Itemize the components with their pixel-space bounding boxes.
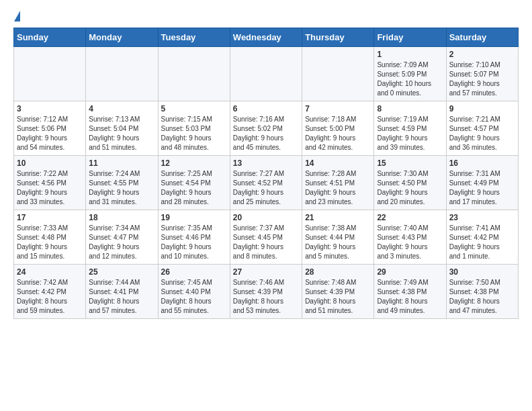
calendar-cell: 28Sunrise: 7:48 AM Sunset: 4:39 PM Dayli… — [302, 265, 374, 319]
day-detail: Sunrise: 7:31 AM Sunset: 4:49 PM Dayligh… — [449, 170, 500, 205]
calendar-header: SundayMondayTuesdayWednesdayThursdayFrid… — [14, 28, 519, 47]
day-detail: Sunrise: 7:38 AM Sunset: 4:44 PM Dayligh… — [305, 224, 356, 260]
calendar-cell: 21Sunrise: 7:38 AM Sunset: 4:44 PM Dayli… — [302, 210, 374, 265]
week-row-2: 3Sunrise: 7:12 AM Sunset: 5:06 PM Daylig… — [14, 101, 519, 156]
calendar-cell: 12Sunrise: 7:25 AM Sunset: 4:54 PM Dayli… — [158, 156, 230, 210]
calendar-cell: 8Sunrise: 7:19 AM Sunset: 4:59 PM Daylig… — [374, 101, 446, 156]
logo-text — [13, 11, 20, 22]
week-row-1: 1Sunrise: 7:09 AM Sunset: 5:09 PM Daylig… — [14, 47, 519, 101]
day-detail: Sunrise: 7:24 AM Sunset: 4:55 PM Dayligh… — [89, 170, 140, 205]
day-detail: Sunrise: 7:22 AM Sunset: 4:56 PM Dayligh… — [17, 170, 68, 205]
day-number: 3 — [17, 104, 83, 113]
day-detail: Sunrise: 7:18 AM Sunset: 5:00 PM Dayligh… — [305, 116, 356, 151]
calendar-cell: 25Sunrise: 7:44 AM Sunset: 4:41 PM Dayli… — [86, 265, 158, 319]
day-number: 24 — [17, 267, 83, 277]
calendar-cell: 30Sunrise: 7:50 AM Sunset: 4:38 PM Dayli… — [446, 265, 518, 319]
day-number: 25 — [89, 267, 154, 277]
day-number: 6 — [233, 104, 299, 113]
day-detail: Sunrise: 7:12 AM Sunset: 5:06 PM Dayligh… — [17, 116, 68, 151]
calendar-cell: 22Sunrise: 7:40 AM Sunset: 4:43 PM Dayli… — [374, 210, 446, 265]
day-number: 4 — [89, 104, 154, 113]
day-number: 23 — [449, 213, 515, 222]
day-detail: Sunrise: 7:44 AM Sunset: 4:41 PM Dayligh… — [89, 279, 140, 314]
day-detail: Sunrise: 7:50 AM Sunset: 4:38 PM Dayligh… — [449, 279, 500, 314]
weekday-header-tuesday: Tuesday — [158, 28, 230, 47]
calendar-cell: 3Sunrise: 7:12 AM Sunset: 5:06 PM Daylig… — [14, 101, 86, 156]
week-row-3: 10Sunrise: 7:22 AM Sunset: 4:56 PM Dayli… — [14, 156, 519, 210]
calendar-cell — [302, 47, 374, 101]
day-detail: Sunrise: 7:15 AM Sunset: 5:03 PM Dayligh… — [161, 116, 212, 151]
day-number: 2 — [449, 50, 515, 59]
day-detail: Sunrise: 7:40 AM Sunset: 4:43 PM Dayligh… — [377, 224, 428, 260]
day-number: 5 — [161, 104, 227, 113]
day-detail: Sunrise: 7:45 AM Sunset: 4:40 PM Dayligh… — [161, 279, 212, 314]
header — [13, 11, 519, 21]
weekday-header-saturday: Saturday — [446, 28, 518, 47]
calendar-cell: 23Sunrise: 7:41 AM Sunset: 4:42 PM Dayli… — [446, 210, 518, 265]
day-detail: Sunrise: 7:28 AM Sunset: 4:51 PM Dayligh… — [305, 170, 356, 205]
calendar-page: SundayMondayTuesdayWednesdayThursdayFrid… — [0, 0, 532, 330]
calendar-cell: 17Sunrise: 7:33 AM Sunset: 4:48 PM Dayli… — [14, 210, 86, 265]
calendar-cell — [86, 47, 158, 101]
day-detail: Sunrise: 7:16 AM Sunset: 5:02 PM Dayligh… — [233, 116, 284, 151]
day-number: 16 — [449, 158, 515, 168]
day-number: 13 — [233, 158, 299, 168]
calendar-table: SundayMondayTuesdayWednesdayThursdayFrid… — [13, 28, 519, 319]
day-number: 20 — [233, 213, 299, 222]
day-number: 27 — [233, 267, 299, 277]
day-number: 14 — [305, 158, 371, 168]
calendar-cell — [158, 47, 230, 101]
calendar-cell — [14, 47, 86, 101]
calendar-cell — [230, 47, 302, 101]
day-detail: Sunrise: 7:21 AM Sunset: 4:57 PM Dayligh… — [449, 116, 500, 151]
day-detail: Sunrise: 7:46 AM Sunset: 4:39 PM Dayligh… — [233, 279, 284, 314]
day-number: 18 — [89, 213, 154, 222]
calendar-cell: 4Sunrise: 7:13 AM Sunset: 5:04 PM Daylig… — [86, 101, 158, 156]
weekday-header-sunday: Sunday — [14, 28, 86, 47]
calendar-cell: 20Sunrise: 7:37 AM Sunset: 4:45 PM Dayli… — [230, 210, 302, 265]
calendar-cell: 10Sunrise: 7:22 AM Sunset: 4:56 PM Dayli… — [14, 156, 86, 210]
day-detail: Sunrise: 7:37 AM Sunset: 4:45 PM Dayligh… — [233, 224, 284, 260]
weekday-header-wednesday: Wednesday — [230, 28, 302, 47]
day-number: 11 — [89, 158, 154, 168]
day-number: 9 — [449, 104, 515, 113]
day-number: 17 — [17, 213, 83, 222]
day-number: 1 — [377, 50, 443, 59]
day-detail: Sunrise: 7:48 AM Sunset: 4:39 PM Dayligh… — [305, 279, 356, 314]
day-number: 7 — [305, 104, 371, 113]
day-detail: Sunrise: 7:10 AM Sunset: 5:07 PM Dayligh… — [449, 61, 500, 97]
calendar-cell: 2Sunrise: 7:10 AM Sunset: 5:07 PM Daylig… — [446, 47, 518, 101]
day-number: 12 — [161, 158, 227, 168]
calendar-cell: 29Sunrise: 7:49 AM Sunset: 4:38 PM Dayli… — [374, 265, 446, 319]
day-number: 19 — [161, 213, 227, 222]
day-number: 30 — [449, 267, 515, 277]
day-detail: Sunrise: 7:33 AM Sunset: 4:48 PM Dayligh… — [17, 224, 68, 260]
day-number: 28 — [305, 267, 371, 277]
calendar-cell: 19Sunrise: 7:35 AM Sunset: 4:46 PM Dayli… — [158, 210, 230, 265]
day-number: 15 — [377, 158, 443, 168]
calendar-cell: 1Sunrise: 7:09 AM Sunset: 5:09 PM Daylig… — [374, 47, 446, 101]
calendar-cell: 15Sunrise: 7:30 AM Sunset: 4:50 PM Dayli… — [374, 156, 446, 210]
day-number: 21 — [305, 213, 371, 222]
day-detail: Sunrise: 7:34 AM Sunset: 4:47 PM Dayligh… — [89, 224, 140, 260]
day-number: 10 — [17, 158, 83, 168]
day-detail: Sunrise: 7:30 AM Sunset: 4:50 PM Dayligh… — [377, 170, 428, 205]
weekday-header-row: SundayMondayTuesdayWednesdayThursdayFrid… — [14, 28, 519, 47]
day-detail: Sunrise: 7:19 AM Sunset: 4:59 PM Dayligh… — [377, 116, 428, 151]
calendar-cell: 7Sunrise: 7:18 AM Sunset: 5:00 PM Daylig… — [302, 101, 374, 156]
calendar-cell: 5Sunrise: 7:15 AM Sunset: 5:03 PM Daylig… — [158, 101, 230, 156]
day-number: 22 — [377, 213, 443, 222]
day-detail: Sunrise: 7:27 AM Sunset: 4:52 PM Dayligh… — [233, 170, 284, 205]
day-detail: Sunrise: 7:42 AM Sunset: 4:42 PM Dayligh… — [17, 279, 68, 314]
weekday-header-friday: Friday — [374, 28, 446, 47]
logo-triangle-icon — [14, 11, 20, 21]
calendar-cell: 16Sunrise: 7:31 AM Sunset: 4:49 PM Dayli… — [446, 156, 518, 210]
day-detail: Sunrise: 7:09 AM Sunset: 5:09 PM Dayligh… — [377, 61, 431, 97]
weekday-header-monday: Monday — [86, 28, 158, 47]
calendar-cell: 6Sunrise: 7:16 AM Sunset: 5:02 PM Daylig… — [230, 101, 302, 156]
calendar-cell: 14Sunrise: 7:28 AM Sunset: 4:51 PM Dayli… — [302, 156, 374, 210]
day-detail: Sunrise: 7:49 AM Sunset: 4:38 PM Dayligh… — [377, 279, 428, 314]
day-detail: Sunrise: 7:13 AM Sunset: 5:04 PM Dayligh… — [89, 116, 140, 151]
calendar-cell: 26Sunrise: 7:45 AM Sunset: 4:40 PM Dayli… — [158, 265, 230, 319]
calendar-body: 1Sunrise: 7:09 AM Sunset: 5:09 PM Daylig… — [14, 47, 519, 319]
